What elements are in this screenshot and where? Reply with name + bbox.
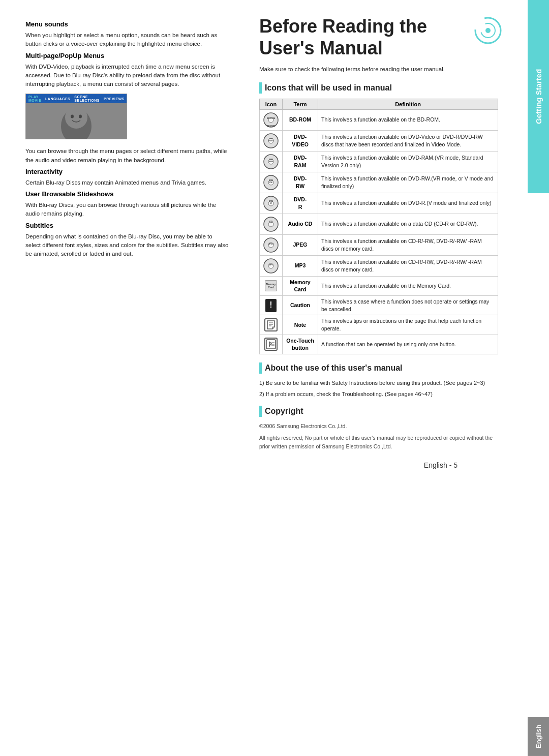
icon-cell-jpeg: JPEG (260, 234, 283, 255)
side-tab-getting-started: Getting Started (528, 0, 549, 193)
col-header-term: Term (283, 99, 318, 109)
def-cell-caution: This involves a case where a function do… (318, 296, 498, 315)
icon-cell-bdrom: BD-ROM BD-ROM (260, 109, 283, 130)
copyright-text-1: ©2006 Samsung Electronics Co.,Ltd. (259, 422, 498, 431)
term-cell-bdrom: BD-ROM (283, 109, 318, 130)
section-multipage: Multi-page/PopUp Menus With DVD-Video, p… (25, 52, 229, 165)
about-item-2: 2) If a problem occurs, check the Troubl… (259, 390, 498, 399)
section-subtitles: Subtitles Depending on what is contained… (25, 222, 229, 259)
col-header-icon: Icon (260, 99, 283, 109)
svg-text:MP3: MP3 (269, 263, 273, 266)
term-cell-audiocd: Audio CD (283, 214, 318, 234)
def-cell-dvdram: This involves a function available on DV… (318, 151, 498, 172)
menu-thumb-item-3: SCENE SELECTIONS (74, 95, 100, 102)
menu-thumb-item-4: PREVIEWS (104, 97, 125, 101)
table-header-row: Icon Term Definition (260, 99, 498, 109)
right-column: Before Reading the User's Manual Make su… (244, 0, 549, 756)
section-text-interactivity: Certain Blu-ray Discs may contain Animat… (25, 178, 229, 187)
subtitle-text: Make sure to check the following terms b… (259, 65, 498, 74)
icon-cell-dvdvideo: DVD VIDEO (260, 130, 283, 151)
svg-point-6 (485, 28, 491, 33)
svg-text:JPEG: JPEG (268, 243, 274, 245)
page-title: Before Reading the User's Manual (259, 15, 498, 59)
side-tab-container: Getting Started English (528, 0, 549, 756)
section-heading-menu-sounds: Menu sounds (25, 20, 229, 28)
def-cell-onetouch: A function that can be operated by using… (318, 335, 498, 354)
section-slideshows: User Browsable Slideshows With Blu-ray D… (25, 190, 229, 219)
section-heading-subtitles: Subtitles (25, 222, 229, 229)
bdrom-icon: BD-ROM BD-ROM (263, 112, 279, 128)
about-section-bar: About the use of this user's manual (259, 362, 498, 374)
copyright-section-title: Copyright (265, 407, 303, 416)
table-row: DVD VIDEO DVD-VIDEO This involves a func… (260, 130, 498, 151)
term-cell-dvdvideo: DVD-VIDEO (283, 130, 318, 151)
svg-text:BD-ROM: BD-ROM (267, 117, 276, 119)
icons-table: Icon Term Definition BD- (259, 99, 498, 355)
section-bar-accent (259, 82, 262, 94)
left-column: Menu sounds When you highlight or select… (0, 0, 244, 756)
def-cell-jpeg: This involves a function available on CD… (318, 234, 498, 255)
svg-text:RW: RW (269, 182, 272, 184)
about-section-bar-accent (259, 362, 262, 374)
page-title-line2: User's Manual (259, 38, 383, 58)
caution-icon: ! (265, 299, 277, 312)
table-row: One-Touchbutton A function that can be o… (260, 335, 498, 354)
about-section-title: About the use of this user's manual (265, 364, 403, 373)
copyright-text-2: All rights reserved; No part or whole of… (259, 434, 498, 451)
def-cell-audiocd: This involves a function available on a … (318, 214, 498, 234)
menu-thumbnail-face (26, 103, 127, 139)
col-header-definition: Definition (318, 99, 498, 109)
icon-cell-onetouch (260, 335, 283, 354)
menu-thumbnail-bar: PLAY MOVIE LANGUAGES SCENE SELECTIONS PR… (26, 94, 127, 103)
table-row: ! Caution This involves a case where a f… (260, 296, 498, 315)
def-cell-mp3: This involves a function available on CD… (318, 255, 498, 276)
def-cell-dvdrw: This involves a function available on DV… (318, 172, 498, 193)
svg-text:-R: -R (270, 202, 272, 204)
menu-thumbnail: PLAY MOVIE LANGUAGES SCENE SELECTIONS PR… (25, 94, 127, 139)
icon-cell-note (260, 315, 283, 335)
page-container: Menu sounds When you highlight or select… (0, 0, 549, 756)
svg-point-2 (71, 115, 74, 118)
bottom-bar: English - 5 (259, 456, 498, 474)
svg-point-3 (79, 115, 82, 118)
icon-cell-audiocd: CD (260, 214, 283, 234)
svg-text:RAM: RAM (269, 161, 273, 163)
term-cell-memorycard: MemoryCard (283, 276, 318, 295)
table-row: DVD RAM DVD-RAM This involves a function… (260, 151, 498, 172)
icon-cell-mp3: MP3 (260, 255, 283, 276)
audiocd-icon: CD (263, 216, 279, 232)
term-cell-dvdrw: DVD-RW (283, 172, 318, 193)
term-cell-jpeg: JPEG (283, 234, 318, 255)
section-text-slideshows: With Blu-ray Discs, you can browse throu… (25, 201, 229, 219)
table-row: JPEG JPEG This involves a function avail… (260, 234, 498, 255)
side-tab-english: English (528, 717, 549, 756)
term-cell-dvdram: DVD-RAM (283, 151, 318, 172)
table-row: Note This involves tips or instructions … (260, 315, 498, 335)
section-heading-interactivity: Interactivity (25, 168, 229, 175)
svg-text:CD: CD (269, 221, 273, 223)
icon-cell-dvdrw: DVD RW (260, 172, 283, 193)
onetouch-icon (264, 338, 278, 351)
term-cell-caution: Caution (283, 296, 318, 315)
section-text-multipage-2: You can browse through the menu pages or… (25, 147, 229, 165)
table-row: DVD RW DVD-RW This involves a function a… (260, 172, 498, 193)
term-cell-onetouch: One-Touchbutton (283, 335, 318, 354)
section-text-multipage-1: With DVD-Video, playback is interrupted … (25, 63, 229, 89)
memorycard-icon: MemoryCard (265, 280, 277, 291)
term-cell-mp3: MP3 (283, 255, 318, 276)
icons-section-bar: Icons that will be used in manual (259, 82, 498, 94)
copyright-section-bar: Copyright (259, 406, 498, 417)
jpeg-icon: JPEG (263, 237, 279, 253)
decorative-swirl (473, 15, 503, 46)
dvdram-icon: DVD RAM (263, 154, 279, 170)
page-title-line1: Before Reading the (259, 16, 427, 37)
def-cell-memorycard: This involves a function available on th… (318, 276, 498, 295)
def-cell-dvdvideo: This involves a function available on DV… (318, 130, 498, 151)
dvdvideo-icon: DVD VIDEO (263, 133, 279, 149)
term-cell-dvdr: DVD-R (283, 193, 318, 214)
svg-text:BD-ROM: BD-ROM (267, 125, 276, 127)
icon-cell-dvdr: DVD -R (260, 193, 283, 214)
face-svg (41, 103, 112, 139)
menu-thumb-item-1: PLAY MOVIE (28, 95, 41, 102)
right-col-inner: Before Reading the User's Manual Make su… (259, 15, 524, 474)
